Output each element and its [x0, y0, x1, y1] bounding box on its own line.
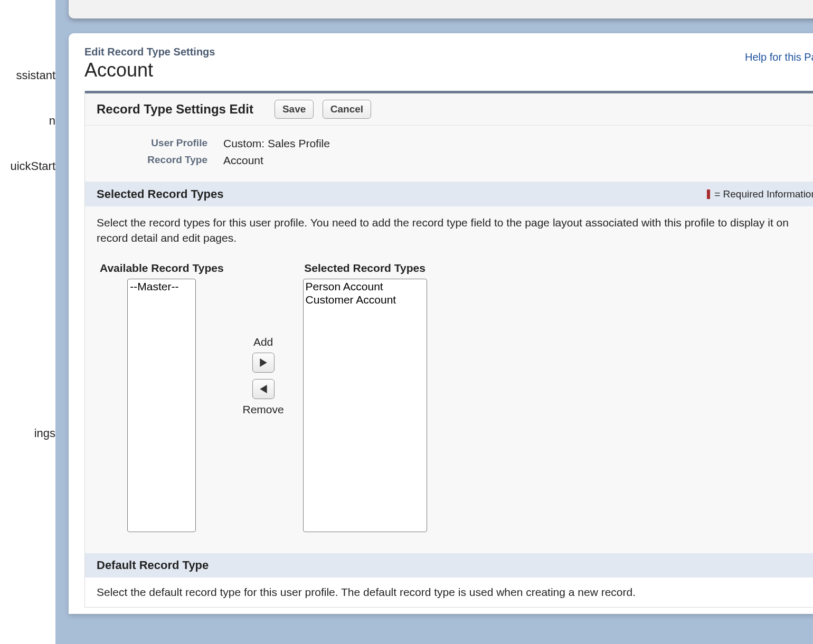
- record-type-value: Account: [223, 154, 263, 167]
- sidebar: ssistant n uickStart ings: [0, 0, 55, 644]
- user-profile-value: Custom: Sales Profile: [223, 137, 330, 150]
- sidebar-item-n[interactable]: n: [0, 98, 55, 144]
- top-card: [69, 0, 813, 18]
- content-area: Edit Record Type Settings Account Help f…: [58, 0, 813, 644]
- page-title: Account: [84, 59, 215, 81]
- default-record-type-title: Default Record Type: [97, 558, 813, 572]
- help-link[interactable]: Help for this Page: [745, 51, 813, 63]
- required-marker-icon: [707, 190, 710, 199]
- user-profile-label: User Profile: [97, 137, 223, 150]
- selected-label: Selected Record Types: [304, 262, 426, 274]
- page-subtitle: Edit Record Type Settings: [84, 46, 215, 58]
- page-header: Edit Record Type Settings Account Help f…: [69, 33, 813, 91]
- save-button[interactable]: Save: [275, 100, 314, 119]
- dual-listbox: Available Record Types --Master-- Add Re…: [97, 262, 813, 532]
- selected-record-types-header: Selected Record Types = Required Informa…: [85, 182, 813, 206]
- panel-header: Record Type Settings Edit Save Cancel: [85, 93, 813, 126]
- required-info-text: = Required Information: [714, 188, 813, 200]
- selected-record-types-description: Select the record types for this user pr…: [97, 215, 813, 246]
- detail-block: User Profile Custom: Sales Profile Recor…: [85, 126, 813, 182]
- sidebar-item-quickstart[interactable]: uickStart: [0, 144, 55, 189]
- available-column: Available Record Types --Master--: [100, 262, 224, 532]
- remove-label: Remove: [242, 403, 283, 416]
- add-label: Add: [253, 336, 273, 348]
- arrow-left-icon: [260, 385, 267, 393]
- edit-panel: Record Type Settings Edit Save Cancel Us…: [84, 91, 813, 608]
- selected-record-types-title: Selected Record Types: [97, 187, 223, 201]
- default-record-type-header: Default Record Type: [85, 553, 813, 577]
- selected-record-types-body: Select the record types for this user pr…: [85, 206, 813, 553]
- record-type-label: Record Type: [97, 154, 223, 167]
- sidebar-item-ings[interactable]: ings: [0, 411, 55, 456]
- remove-button[interactable]: [252, 379, 275, 399]
- main-card: Edit Record Type Settings Account Help f…: [69, 33, 813, 614]
- panel-title: Record Type Settings Edit: [97, 102, 253, 117]
- svg-marker-0: [260, 358, 267, 367]
- arrow-right-icon: [260, 358, 267, 367]
- svg-marker-1: [260, 385, 267, 393]
- add-button[interactable]: [252, 353, 275, 373]
- required-info-note: = Required Information: [707, 188, 813, 200]
- available-label: Available Record Types: [100, 262, 224, 274]
- cancel-button[interactable]: Cancel: [323, 100, 371, 119]
- transfer-controls: Add Remove: [240, 262, 287, 416]
- available-listbox[interactable]: --Master--: [127, 279, 196, 532]
- selected-listbox[interactable]: Person AccountCustomer Account: [303, 279, 427, 532]
- default-record-type-description: Select the default record type for this …: [97, 586, 813, 599]
- sidebar-item-assistant[interactable]: ssistant: [0, 53, 55, 98]
- selected-column: Selected Record Types Person AccountCust…: [303, 262, 427, 532]
- default-record-type-body: Select the default record type for this …: [85, 577, 813, 607]
